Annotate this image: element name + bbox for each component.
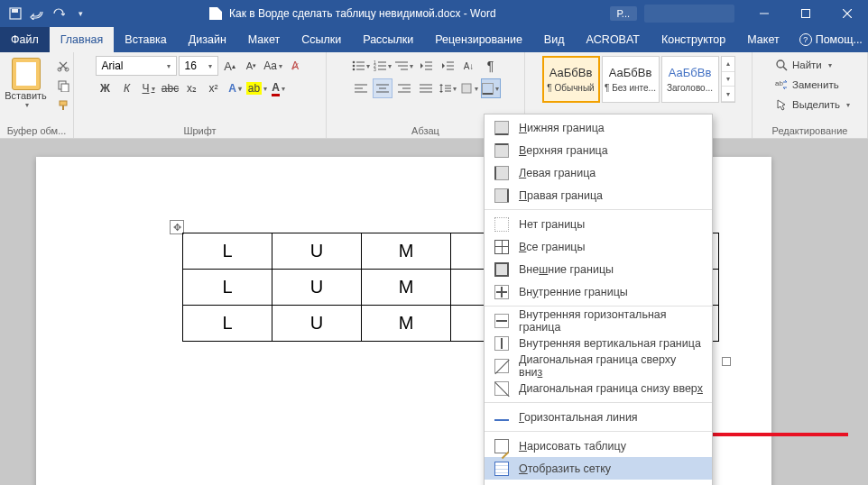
align-left-button[interactable]	[351, 78, 371, 98]
text-effects-button[interactable]: A▾	[226, 78, 245, 98]
font-size-combo[interactable]: 16▾	[179, 56, 218, 76]
line-spacing-button[interactable]: ▾	[438, 78, 457, 98]
qat-customize-icon[interactable]: ▾	[72, 5, 88, 22]
clear-formatting-button[interactable]: A̷	[285, 56, 305, 76]
border-none[interactable]: Нет границы	[485, 213, 712, 235]
border-inner-horizontal[interactable]: Внутренняя горизонтальная граница	[485, 309, 712, 332]
increase-indent-button[interactable]	[438, 56, 457, 76]
border-all[interactable]: Все границы	[485, 235, 712, 258]
style-no-spacing[interactable]: АаБбВв ¶ Без инте...	[602, 56, 660, 103]
tab-acrobat[interactable]: ACROBAT	[575, 27, 651, 52]
border-top[interactable]: Верхняя граница	[485, 139, 712, 161]
titlebar: ▾ Как в Ворде сделать таблицу невидимой.…	[0, 0, 868, 27]
table-cell[interactable]: L	[183, 306, 272, 342]
superscript-button[interactable]: x²	[204, 78, 224, 98]
tab-layout[interactable]: Макет	[237, 27, 291, 52]
paragraph-group-label: Абзац	[411, 125, 439, 136]
view-gridlines[interactable]: Отобразить сетку	[485, 457, 712, 480]
border-diagonal-down[interactable]: Диагональная граница сверху вниз	[485, 354, 712, 377]
strike-button[interactable]: abc	[161, 78, 180, 98]
border-inner[interactable]: Внутренние границы	[485, 280, 712, 303]
italic-button[interactable]: К	[117, 78, 137, 98]
tab-references[interactable]: Ссылки	[291, 27, 352, 52]
table-cell[interactable]: U	[272, 270, 362, 306]
style-heading1[interactable]: АаБбВв Заголово...	[661, 56, 719, 103]
table-cell[interactable]: L	[183, 270, 272, 306]
redo-icon[interactable]	[51, 5, 67, 22]
sort-button[interactable]: A↓	[459, 56, 479, 76]
tell-me[interactable]: ? Помощ...	[790, 27, 868, 52]
tab-insert[interactable]: Вставка	[114, 27, 177, 52]
tab-view[interactable]: Вид	[533, 27, 576, 52]
svg-point-16	[352, 69, 355, 71]
border-left[interactable]: Левая граница	[485, 161, 712, 184]
shading-button[interactable]: ▾	[459, 78, 479, 98]
replace-button[interactable]: ab Заменить	[770, 76, 855, 94]
tab-mailings[interactable]: Рассылки	[352, 27, 424, 52]
select-button[interactable]: Выделить▾	[770, 96, 855, 114]
grow-font-button[interactable]: A▴	[220, 56, 240, 76]
table-cell[interactable]: U	[272, 306, 362, 342]
tab-file[interactable]: Файл	[0, 27, 50, 52]
borders-and-shading[interactable]: Границы и заливка...	[485, 480, 712, 485]
table-resize-handle[interactable]	[722, 357, 731, 366]
svg-point-12	[352, 61, 355, 64]
change-case-button[interactable]: Aa▾	[263, 56, 283, 76]
tab-table-layout[interactable]: Макет	[736, 27, 790, 52]
close-button[interactable]	[826, 0, 868, 27]
table-cell[interactable]: M	[362, 233, 451, 270]
tab-home[interactable]: Главная	[50, 27, 115, 52]
border-bottom[interactable]: Нижняя граница	[485, 116, 712, 139]
table-cell[interactable]: L	[183, 233, 272, 270]
bold-button[interactable]: Ж	[96, 78, 115, 98]
shrink-font-button[interactable]: A▾	[242, 56, 262, 76]
table-cell[interactable]: M	[362, 306, 451, 342]
horizontal-line[interactable]: Горизонтальная линия	[485, 406, 712, 428]
highlight-button[interactable]: ab▾	[247, 78, 267, 98]
justify-button[interactable]	[416, 78, 436, 98]
border-outer[interactable]: Внешние границы	[485, 258, 712, 280]
save-icon[interactable]	[7, 5, 23, 22]
multilevel-list-button[interactable]: ▾	[394, 56, 414, 76]
table-cell[interactable]: U	[272, 233, 362, 270]
subscript-button[interactable]: x₂	[182, 78, 202, 98]
search-icon	[775, 59, 788, 71]
clipboard-group-label: Буфер обм...	[7, 125, 67, 136]
svg-text:ab: ab	[775, 79, 783, 87]
bullets-button[interactable]: ▾	[351, 56, 371, 76]
numbering-button[interactable]: 123▾	[373, 56, 392, 76]
bulb-icon: ?	[799, 33, 812, 46]
tab-review[interactable]: Рецензирование	[424, 27, 533, 52]
tab-table-design[interactable]: Конструктор	[651, 27, 736, 52]
show-marks-button[interactable]: ¶	[481, 56, 501, 76]
account-badge[interactable]: Р...	[610, 6, 637, 21]
svg-rect-9	[61, 84, 69, 92]
undo-icon[interactable]	[29, 5, 45, 22]
find-button[interactable]: Найти▾	[770, 56, 855, 74]
format-painter-button[interactable]	[53, 96, 73, 115]
font-color-button[interactable]: A▾	[269, 78, 289, 98]
copy-button[interactable]	[53, 76, 73, 96]
minimize-button[interactable]	[743, 0, 785, 27]
clipboard-icon	[12, 58, 41, 90]
draw-table[interactable]: Нарисовать таблицу	[485, 435, 712, 457]
border-right[interactable]: Правая граница	[485, 184, 712, 206]
paste-button[interactable]: Вставить ▾	[0, 56, 51, 110]
tab-design[interactable]: Дизайн	[178, 27, 237, 52]
maximize-button[interactable]	[785, 0, 826, 27]
style-normal[interactable]: АаБбВв ¶ Обычный	[542, 56, 600, 103]
font-name-combo[interactable]: Arial▾	[96, 56, 177, 76]
svg-rect-1	[12, 9, 18, 13]
align-center-button[interactable]	[373, 78, 392, 98]
decrease-indent-button[interactable]	[416, 56, 436, 76]
account-name-placeholder[interactable]	[644, 5, 734, 23]
border-diagonal-up[interactable]: Диагональная граница снизу вверх	[485, 377, 712, 399]
borders-menu: Нижняя граница Верхняя граница Левая гра…	[484, 114, 713, 485]
styles-gallery-scroll[interactable]: ▴▾▾	[721, 56, 735, 103]
cut-button[interactable]	[53, 56, 73, 76]
align-right-button[interactable]	[394, 78, 414, 98]
underline-button[interactable]: Ч▾	[139, 78, 159, 98]
borders-split-button[interactable]: ▾	[481, 78, 501, 98]
table-cell[interactable]: M	[362, 270, 451, 306]
border-inner-vertical[interactable]: Внутренняя вертикальная граница	[485, 332, 712, 354]
